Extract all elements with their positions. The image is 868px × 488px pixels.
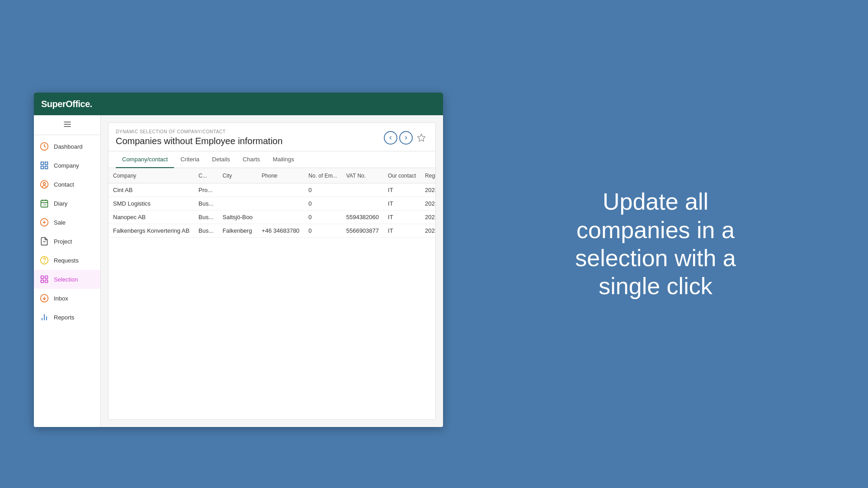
svg-marker-30 bbox=[418, 134, 425, 141]
companies-table: Company C... City Phone No. of Em... VAT… bbox=[108, 168, 435, 238]
sidebar-item-selection[interactable]: Selection bbox=[34, 270, 100, 289]
cell-contact: IT bbox=[383, 211, 420, 224]
panel-header: DYNAMIC SELECTION OF COMPANY/CONTACT Com… bbox=[108, 123, 435, 151]
sidebar-item-label-project: Project bbox=[54, 238, 72, 245]
panel-subtitle: DYNAMIC SELECTION OF COMPANY/CONTACT bbox=[116, 129, 283, 134]
tab-details[interactable]: Details bbox=[206, 151, 236, 168]
selection-icon bbox=[39, 274, 49, 284]
sidebar-nav: Dashboard Company bbox=[34, 135, 100, 427]
sidebar-item-reports[interactable]: Reports bbox=[34, 308, 100, 327]
sidebar-item-label-selection: Selection bbox=[54, 276, 78, 283]
tab-criteria[interactable]: Criteria bbox=[174, 151, 206, 168]
svg-point-20 bbox=[44, 262, 45, 263]
table-row[interactable]: Nanopec AB Bus... Saltsjö-Boo 0 55943820… bbox=[108, 211, 435, 224]
sidebar-item-project[interactable]: Project bbox=[34, 232, 100, 251]
requests-icon bbox=[39, 255, 49, 265]
table-body: Cint AB Pro... 0 IT 2023-11... bbox=[108, 183, 435, 238]
cell-vat: 5594382060 bbox=[342, 211, 383, 224]
panel-header-actions bbox=[384, 131, 428, 145]
tab-charts[interactable]: Charts bbox=[236, 151, 266, 168]
sidebar-item-contact[interactable]: Contact bbox=[34, 175, 100, 194]
company-icon bbox=[39, 160, 49, 170]
svg-rect-5 bbox=[45, 162, 48, 165]
cell-employees: 0 bbox=[304, 224, 341, 238]
col-city: City bbox=[218, 168, 257, 183]
inbox-icon bbox=[39, 293, 49, 303]
sidebar-item-label-contact: Contact bbox=[54, 181, 74, 188]
panel-title: Companies without Employee information bbox=[116, 136, 283, 146]
cell-contact: IT bbox=[383, 197, 420, 211]
svg-rect-21 bbox=[41, 276, 44, 279]
cell-vat bbox=[342, 183, 383, 197]
reports-icon bbox=[39, 312, 49, 322]
cell-employees: 0 bbox=[304, 183, 341, 197]
cell-employees: 0 bbox=[304, 197, 341, 211]
table-row[interactable]: Cint AB Pro... 0 IT 2023-11... bbox=[108, 183, 435, 197]
cell-company: SMD Logistics bbox=[108, 197, 194, 211]
col-company: Company bbox=[108, 168, 194, 183]
sidebar-item-company[interactable]: Company bbox=[34, 156, 100, 175]
col-vat-no: VAT No. bbox=[342, 168, 383, 183]
svg-rect-24 bbox=[45, 280, 48, 283]
main-panel: DYNAMIC SELECTION OF COMPANY/CONTACT Com… bbox=[108, 122, 436, 420]
diary-icon: 30 bbox=[39, 198, 49, 208]
tab-company-contact[interactable]: Company/contact bbox=[116, 151, 174, 168]
cell-contact: IT bbox=[383, 183, 420, 197]
menu-icon[interactable] bbox=[63, 120, 72, 131]
svg-rect-22 bbox=[45, 276, 48, 279]
cell-employees: 0 bbox=[304, 211, 341, 224]
cell-contact: IT bbox=[383, 224, 420, 238]
cell-company: Nanopec AB bbox=[108, 211, 194, 224]
cell-city bbox=[218, 197, 257, 211]
table-row[interactable]: SMD Logistics Bus... 0 IT 2023-11... bbox=[108, 197, 435, 211]
hero-text: Update all companies in a selection with… bbox=[542, 188, 769, 300]
forward-button[interactable] bbox=[399, 131, 413, 145]
cell-category: Bus... bbox=[194, 211, 218, 224]
sidebar-item-diary[interactable]: 30 Diary bbox=[34, 194, 100, 213]
col-category: C... bbox=[194, 168, 218, 183]
favorite-button[interactable] bbox=[415, 131, 428, 145]
cell-category: Pro... bbox=[194, 183, 218, 197]
sidebar-item-inbox[interactable]: Inbox bbox=[34, 289, 100, 308]
sidebar-item-label-inbox: Inbox bbox=[54, 295, 68, 302]
sidebar-item-dashboard[interactable]: Dashboard bbox=[34, 137, 100, 156]
cell-city bbox=[218, 183, 257, 197]
sidebar-item-label-diary: Diary bbox=[54, 200, 67, 207]
sidebar-item-label-sale: Sale bbox=[54, 219, 66, 226]
project-icon bbox=[39, 236, 49, 246]
sidebar-top bbox=[34, 115, 100, 135]
svg-rect-4 bbox=[41, 162, 44, 165]
sidebar-item-label-reports: Reports bbox=[54, 314, 75, 321]
sidebar-item-requests[interactable]: Requests bbox=[34, 251, 100, 270]
main-area: Dashboard Company bbox=[34, 115, 443, 427]
col-no-of-employees: No. of Em... bbox=[304, 168, 341, 183]
col-our-contact: Our contact bbox=[383, 168, 420, 183]
cell-phone bbox=[257, 211, 304, 224]
cell-registered: 2023-11... bbox=[420, 197, 435, 211]
app-logo: SuperOffice. bbox=[41, 99, 92, 109]
table-row[interactable]: Falkenbergs Konvertering AB Bus... Falke… bbox=[108, 224, 435, 238]
tab-mailings[interactable]: Mailings bbox=[266, 151, 301, 168]
cell-registered: 2023-10... bbox=[420, 211, 435, 224]
sidebar-item-label-requests: Requests bbox=[54, 257, 79, 264]
content-area: DYNAMIC SELECTION OF COMPANY/CONTACT Com… bbox=[101, 115, 443, 427]
panel-header-left: DYNAMIC SELECTION OF COMPANY/CONTACT Com… bbox=[116, 129, 283, 146]
cell-category: Bus... bbox=[194, 197, 218, 211]
panel-tabs: Company/contact Criteria Details Charts … bbox=[108, 151, 435, 168]
sale-icon bbox=[39, 217, 49, 227]
cell-company: Cint AB bbox=[108, 183, 194, 197]
dashboard-icon bbox=[39, 141, 49, 151]
svg-rect-23 bbox=[41, 280, 44, 283]
cell-vat: 5566903877 bbox=[342, 224, 383, 238]
sidebar-item-sale[interactable]: Sale bbox=[34, 213, 100, 232]
sidebar-item-label-company: Company bbox=[54, 162, 79, 169]
svg-text:30: 30 bbox=[43, 203, 47, 206]
cell-phone bbox=[257, 197, 304, 211]
back-button[interactable] bbox=[384, 131, 397, 145]
cell-phone bbox=[257, 183, 304, 197]
col-phone: Phone bbox=[257, 168, 304, 183]
table-header-row: Company C... City Phone No. of Em... VAT… bbox=[108, 168, 435, 183]
sidebar: Dashboard Company bbox=[34, 115, 101, 427]
svg-rect-7 bbox=[45, 166, 48, 169]
cell-phone: +46 34683780 bbox=[257, 224, 304, 238]
